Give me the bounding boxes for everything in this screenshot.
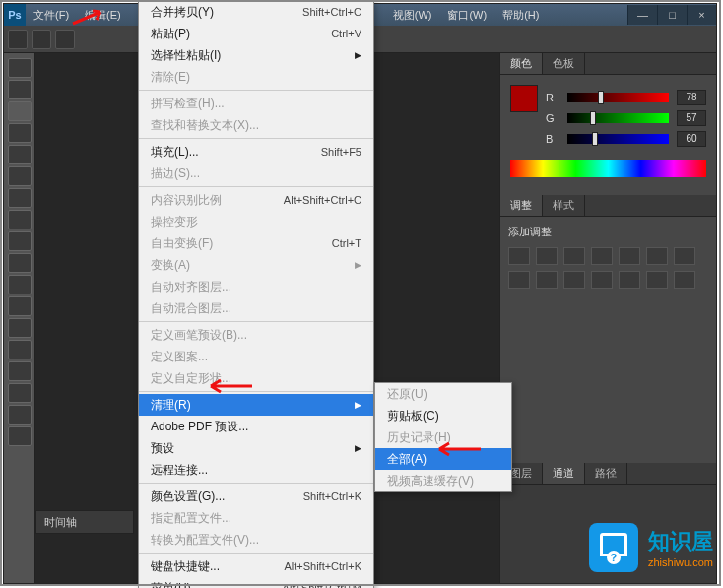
toolbox (4, 53, 35, 583)
ps-logo: Ps (4, 4, 26, 26)
value-g[interactable]: 57 (677, 110, 706, 126)
edit-menu-item-25[interactable]: 远程连接... (139, 459, 373, 481)
tab-styles[interactable]: 样式 (543, 195, 585, 216)
edit-menu-item-29: 转换为配置文件(V)... (139, 529, 373, 551)
pen-tool[interactable] (8, 361, 32, 381)
eyedropper-tool[interactable] (8, 166, 32, 186)
gradient-tool[interactable] (8, 296, 32, 316)
watermark-url: zhishiwu.com (648, 556, 713, 568)
channel-r-label: R (546, 92, 559, 103)
slider-g[interactable] (567, 113, 669, 123)
annotation-arrow-3 (433, 439, 483, 459)
purge-item-4: 视频高速缓存(V) (375, 470, 511, 491)
edit-menu-item-2[interactable]: 选择性粘贴(I)▶ (139, 44, 373, 66)
edit-menu-item-22[interactable]: 清理(R)▶ (139, 394, 373, 416)
blur-tool[interactable] (8, 318, 32, 338)
edit-menu-item-12: 操控变形 (139, 211, 373, 232)
watermark-text: 知识屋 (648, 529, 713, 554)
window-maximize[interactable]: □ (657, 5, 687, 25)
adj-levels-icon[interactable] (536, 247, 558, 265)
slider-r[interactable] (567, 93, 669, 102)
edit-menu-item-16: 自动混合图层... (139, 297, 373, 319)
watermark-icon (589, 523, 638, 572)
edit-menu-item-28: 指定配置文件... (139, 507, 373, 529)
color-panel: R 78 G 57 B 60 (500, 75, 716, 195)
dodge-tool[interactable] (8, 340, 32, 359)
heal-tool[interactable] (8, 188, 32, 208)
annotation-arrow-2 (205, 376, 254, 396)
adj-bw-icon[interactable] (674, 247, 695, 265)
stamp-tool[interactable] (8, 231, 32, 251)
adj-threshold-icon[interactable] (646, 271, 668, 289)
adj-curves-icon[interactable] (563, 247, 585, 265)
edit-menu-item-19: 定义图案... (139, 346, 373, 367)
purge-item-1[interactable]: 剪贴板(C) (375, 405, 511, 426)
edit-menu-item-18: 定义画笔预设(B)... (139, 324, 373, 346)
edit-menu-item-11: 内容识别比例Alt+Shift+Ctrl+C (139, 189, 373, 211)
edit-menu-item-24[interactable]: 预设▶ (139, 437, 373, 459)
foreground-color[interactable] (510, 85, 538, 112)
menu-help[interactable]: 帮助(H) (494, 4, 547, 26)
history-brush-tool[interactable] (8, 253, 32, 273)
edit-menu-item-31[interactable]: 键盘快捷键...Alt+Shift+Ctrl+K (139, 555, 373, 577)
adj-exposure-icon[interactable] (591, 247, 613, 265)
tab-adjustments[interactable]: 调整 (500, 195, 543, 216)
lasso-tool[interactable] (8, 101, 32, 121)
adj-lookup-icon[interactable] (563, 271, 585, 289)
adj-photo-filter-icon[interactable] (508, 271, 530, 289)
current-tool-icon[interactable] (8, 30, 28, 49)
tab-channels[interactable]: 通道 (543, 463, 585, 484)
slider-b[interactable] (567, 134, 669, 144)
shape-tool[interactable] (8, 426, 32, 446)
menu-file[interactable]: 文件(F) (26, 4, 77, 26)
value-b[interactable]: 60 (677, 131, 706, 147)
adj-brightness-icon[interactable] (508, 247, 530, 265)
adj-mixer-icon[interactable] (536, 271, 558, 289)
crop-tool[interactable] (8, 145, 32, 164)
window-minimize[interactable]: — (627, 5, 657, 25)
adj-vibrance-icon[interactable] (619, 247, 640, 265)
type-tool[interactable] (8, 383, 32, 403)
edit-menu-item-14: 变换(A)▶ (139, 254, 373, 276)
edit-menu-item-8[interactable]: 填充(L)...Shift+F5 (139, 141, 373, 163)
adj-posterize-icon[interactable] (619, 271, 640, 289)
adj-hue-icon[interactable] (646, 247, 668, 265)
tab-paths[interactable]: 路径 (585, 463, 627, 484)
marquee-tool[interactable] (8, 80, 32, 99)
menu-view[interactable]: 视图(W) (385, 4, 440, 26)
edit-menu-item-15: 自动对齐图层... (139, 276, 373, 297)
adj-gradient-map-icon[interactable] (674, 271, 695, 289)
marquee-mode-icon[interactable] (55, 30, 75, 49)
brush-tool[interactable] (8, 210, 32, 229)
marquee-style-icon[interactable] (32, 30, 51, 49)
edit-menu-item-5: 拼写检查(H)... (139, 93, 373, 114)
add-adjustment-label: 添加调整 (508, 225, 708, 239)
edit-menu-item-1[interactable]: 粘贴(P)Ctrl+V (139, 23, 373, 44)
move-tool[interactable] (8, 58, 32, 78)
adjustments-panel: 添加调整 (500, 217, 716, 296)
window-close[interactable]: × (687, 5, 716, 25)
value-r[interactable]: 78 (677, 90, 706, 105)
edit-menu-item-3: 清除(E) (139, 66, 373, 88)
edit-menu-item-6: 查找和替换文本(X)... (139, 114, 373, 136)
channel-g-label: G (546, 112, 559, 124)
edit-menu-item-32[interactable]: 菜单(U)...Alt+Shift+Ctrl+M (139, 577, 373, 588)
timeline-panel-tab[interactable]: 时间轴 (35, 510, 134, 534)
edit-menu-dropdown: 合并拷贝(Y)Shift+Ctrl+C粘贴(P)Ctrl+V选择性粘贴(I)▶清… (138, 0, 374, 588)
color-spectrum[interactable] (510, 160, 706, 177)
tab-swatches[interactable]: 色板 (543, 53, 585, 74)
menu-window[interactable]: 窗口(W) (439, 4, 494, 26)
path-tool[interactable] (8, 405, 32, 425)
edit-menu-item-23[interactable]: Adobe PDF 预设... (139, 416, 373, 437)
channel-b-label: B (546, 133, 559, 145)
purge-submenu: 还原(U)剪贴板(C)历史记录(H)全部(A)视频高速缓存(V) (374, 382, 512, 492)
annotation-arrow-1 (71, 8, 110, 28)
purge-item-0: 还原(U) (375, 383, 511, 405)
edit-menu-item-27[interactable]: 颜色设置(G)...Shift+Ctrl+K (139, 486, 373, 507)
edit-menu-item-9: 描边(S)... (139, 163, 373, 184)
adj-invert-icon[interactable] (591, 271, 613, 289)
wand-tool[interactable] (8, 123, 32, 143)
tab-color[interactable]: 颜色 (500, 53, 543, 74)
eraser-tool[interactable] (8, 275, 32, 294)
edit-menu-item-0[interactable]: 合并拷贝(Y)Shift+Ctrl+C (139, 1, 373, 23)
